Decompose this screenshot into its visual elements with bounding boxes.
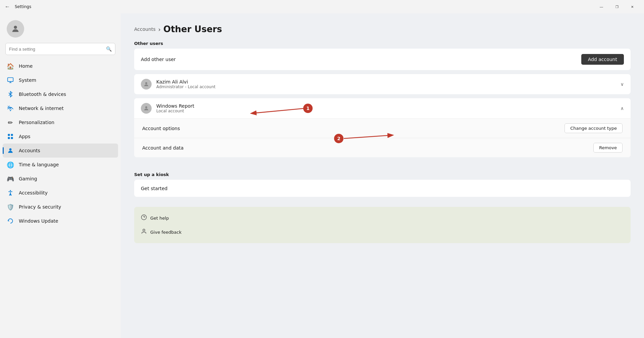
profile-section [0, 13, 121, 42]
sidebar-item-personalization-label: Personalization [19, 120, 54, 125]
sidebar-item-bluetooth[interactable]: Bluetooth & devices [3, 87, 118, 101]
kiosk-section-title: Set up a kiosk [134, 172, 631, 177]
add-other-user-label: Add other user [141, 57, 176, 62]
sidebar-item-home[interactable]: 🏠 Home [3, 59, 118, 73]
get-help-label: Get help [150, 216, 169, 221]
maximize-button[interactable]: ❐ [609, 1, 625, 12]
apps-icon [7, 133, 14, 140]
sidebar-item-bluetooth-label: Bluetooth & devices [19, 92, 66, 97]
close-button[interactable]: ✕ [625, 1, 640, 12]
account-options-row: Account options Change account type [134, 119, 631, 138]
sidebar-item-privacy[interactable]: 🛡️ Privacy & security [3, 200, 118, 214]
breadcrumb-separator: › [158, 26, 161, 33]
sidebar-item-accessibility-label: Accessibility [19, 190, 48, 195]
gaming-icon: 🎮 [7, 175, 14, 182]
svg-rect-3 [8, 134, 10, 136]
user-card-windows-report-wrapper: Windows Report Local account ∧ Account o… [134, 98, 631, 157]
chevron-down-icon-kazim: ∨ [621, 81, 624, 87]
add-user-card: Add other user Add account [134, 49, 631, 70]
account-data-label: Account and data [142, 145, 183, 151]
user-row-kazim[interactable]: Kazim Ali Alvi Administrator - Local acc… [134, 74, 631, 94]
main-content: Accounts › Other Users Other users Add o… [121, 13, 644, 338]
change-account-type-button[interactable]: Change account type [565, 123, 623, 133]
breadcrumb-parent: Accounts [134, 26, 156, 32]
system-icon [7, 76, 14, 84]
accessibility-icon [7, 189, 14, 196]
search-box[interactable]: 🔍 [5, 43, 115, 55]
svg-point-7 [9, 148, 12, 151]
svg-point-8 [10, 190, 11, 191]
privacy-icon: 🛡️ [7, 203, 14, 211]
time-icon: 🌐 [7, 161, 14, 168]
give-feedback-icon [141, 228, 147, 236]
sidebar-item-time[interactable]: 🌐 Time & language [3, 158, 118, 172]
account-data-row: Account and data Remove [134, 138, 631, 157]
svg-rect-1 [8, 78, 13, 82]
personalization-icon: ✏️ [7, 119, 14, 126]
svg-rect-5 [8, 137, 10, 139]
user-avatar-kazim [141, 79, 152, 90]
sidebar-item-time-label: Time & language [19, 162, 59, 167]
search-icon: 🔍 [106, 46, 112, 52]
user-info-windows-report: Windows Report Local account [141, 103, 194, 114]
svg-point-9 [145, 82, 147, 84]
minimize-button[interactable]: — [594, 1, 609, 12]
expanded-options: Account options Change account type Acco… [134, 119, 631, 157]
user-sub-kazim: Administrator - Local account [156, 84, 215, 89]
sidebar-item-apps[interactable]: Apps [3, 129, 118, 144]
sidebar-item-accounts[interactable]: Accounts [3, 144, 118, 158]
sidebar-item-home-label: Home [19, 63, 33, 69]
user-card-windows-report: Windows Report Local account ∧ Account o… [134, 98, 631, 157]
avatar [7, 20, 24, 38]
user-name-windows-report: Windows Report [156, 103, 194, 109]
sidebar-item-system[interactable]: System [3, 73, 118, 87]
search-input[interactable] [9, 47, 104, 52]
user-card-kazim: Kazim Ali Alvi Administrator - Local acc… [134, 74, 631, 94]
home-icon: 🏠 [7, 62, 14, 70]
accounts-icon [7, 147, 14, 154]
get-help-icon [141, 214, 147, 222]
sidebar: 🔍 🏠 Home System Bluetooth & devices [0, 13, 121, 338]
titlebar: ← Settings — ❐ ✕ [0, 0, 644, 13]
give-feedback-link[interactable]: Give feedback [134, 225, 631, 239]
user-info-kazim: Kazim Ali Alvi Administrator - Local acc… [141, 79, 215, 90]
svg-rect-4 [11, 134, 13, 136]
chevron-up-icon-windows-report: ∧ [621, 106, 624, 111]
svg-rect-6 [11, 137, 13, 139]
sidebar-item-system-label: System [19, 77, 36, 83]
user-avatar-windows-report [141, 103, 152, 114]
sidebar-item-accounts-label: Accounts [19, 148, 40, 153]
add-account-button[interactable]: Add account [581, 54, 624, 65]
sidebar-item-update-label: Windows Update [19, 218, 58, 224]
svg-point-17 [142, 215, 147, 220]
sidebar-item-gaming[interactable]: 🎮 Gaming [3, 172, 118, 186]
svg-point-10 [145, 106, 147, 108]
network-icon [7, 105, 14, 112]
account-options-label: Account options [142, 126, 180, 131]
kiosk-card: Get started [134, 180, 631, 197]
sidebar-item-windows-update[interactable]: Windows Update [3, 214, 118, 228]
sidebar-nav: 🏠 Home System Bluetooth & devices Netw [0, 58, 121, 338]
sidebar-item-privacy-label: Privacy & security [19, 204, 61, 210]
sidebar-item-apps-label: Apps [19, 134, 31, 139]
get-help-link[interactable]: Get help [134, 211, 631, 225]
sidebar-item-network-label: Network & internet [19, 106, 64, 111]
back-button[interactable]: ← [3, 2, 12, 11]
bluetooth-icon [7, 91, 14, 98]
sidebar-item-accessibility[interactable]: Accessibility [3, 186, 118, 200]
svg-point-2 [10, 110, 11, 111]
get-started-label: Get started [141, 186, 168, 191]
sidebar-item-personalization[interactable]: ✏️ Personalization [3, 115, 118, 129]
give-feedback-label: Give feedback [150, 230, 181, 235]
other-users-section-title: Other users [134, 41, 631, 46]
remove-button[interactable]: Remove [593, 143, 623, 153]
user-row-windows-report[interactable]: Windows Report Local account ∧ [134, 98, 631, 119]
bottom-links: Get help Give feedback [134, 207, 631, 243]
user-name-kazim: Kazim Ali Alvi [156, 79, 215, 84]
sidebar-item-gaming-label: Gaming [19, 176, 37, 181]
svg-point-0 [14, 26, 17, 29]
breadcrumb: Accounts › Other Users [134, 24, 631, 34]
breadcrumb-current: Other Users [163, 24, 222, 34]
svg-point-18 [143, 229, 145, 231]
sidebar-item-network[interactable]: Network & internet [3, 101, 118, 115]
